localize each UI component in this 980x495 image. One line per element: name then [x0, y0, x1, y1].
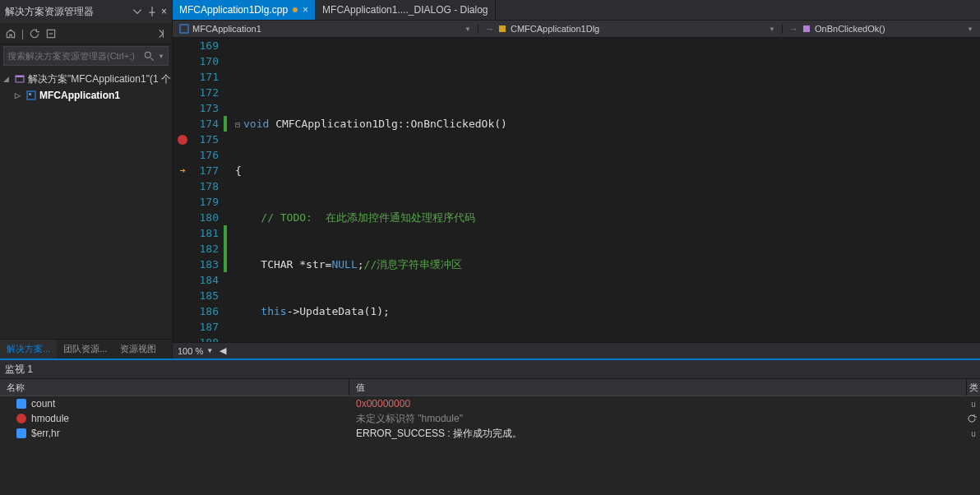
dirty-indicator-icon [293, 7, 298, 12]
tab-solution[interactable]: 解决方案... [0, 340, 57, 359]
solution-explorer-header: 解决方案资源管理器 × [0, 0, 172, 23]
tab-file-1[interactable]: MFCApplication1Dlg.cpp × [173, 0, 316, 20]
variable-icon [16, 399, 26, 409]
col-name[interactable]: 名称 [0, 379, 349, 396]
project-icon [26, 90, 36, 100]
watch-row-empty[interactable] [0, 441, 980, 456]
svg-rect-5 [29, 93, 31, 95]
solution-explorer-toolbar: | [0, 23, 172, 44]
svg-rect-6 [180, 25, 188, 33]
dropdown-icon[interactable] [132, 6, 143, 17]
nav-scope[interactable]: MFCApplication1 ▼ [173, 24, 478, 34]
solution-search-input[interactable] [4, 51, 140, 61]
error-icon [16, 414, 26, 423]
zoom-dropdown-icon[interactable]: ▼ [206, 347, 213, 354]
method-icon [802, 24, 811, 34]
close-icon[interactable]: × [161, 6, 167, 17]
class-icon [497, 24, 507, 34]
solution-explorer-title: 解决方案资源管理器 [5, 5, 128, 19]
current-line-arrow-icon: ➔ [179, 163, 185, 178]
col-type[interactable]: 类 [967, 379, 980, 396]
change-bar [224, 38, 232, 342]
line-numbers: 1691701711721731741751761771781791801811… [192, 38, 224, 342]
zoom-bar: 100 % ▼ ◀ [173, 342, 980, 359]
tab-resource[interactable]: 资源视图 [113, 340, 163, 359]
variable-icon [16, 428, 26, 438]
watch-row[interactable]: count 0x00000000 u [0, 396, 980, 411]
solution-node[interactable]: ◢ 解决方案"MFCApplication1"(1 个 [0, 71, 172, 87]
code-area[interactable]: ➔ 16917017117217317417517617717817918018… [173, 38, 980, 342]
editor-tabs: MFCApplication1Dlg.cpp × MFCApplication1… [173, 0, 980, 20]
svg-point-1 [145, 52, 150, 58]
solution-icon [15, 74, 25, 84]
properties-icon[interactable] [155, 28, 167, 39]
svg-rect-8 [803, 25, 810, 32]
tab-team[interactable]: 团队资源... [57, 340, 113, 359]
home-icon[interactable] [5, 28, 16, 39]
zoom-level[interactable]: 100 % [178, 346, 203, 356]
search-icon[interactable] [143, 50, 155, 62]
nav-class[interactable]: → CMFCApplication1Dlg ▼ [478, 24, 783, 34]
solution-tree: ◢ 解决方案"MFCApplication1"(1 个 ▷ MFCApplica… [0, 67, 172, 107]
solution-explorer: 解决方案资源管理器 × | ▼ ◢ 解决方案"MFCApplication1"(… [0, 0, 173, 359]
refresh-icon[interactable] [29, 28, 40, 39]
sidebar-tabs: 解决方案... 团队资源... 资源视图 [0, 339, 172, 359]
watch-panel: 监视 1 名称 值 类 count 0x00000000 u hmodule 未… [0, 359, 980, 495]
watch-rows: count 0x00000000 u hmodule 未定义标识符 "hmodu… [0, 396, 980, 495]
watch-row[interactable]: hmodule 未定义标识符 "hmodule" [0, 411, 980, 426]
watch-title: 监视 1 [0, 360, 980, 378]
collapse-icon[interactable] [45, 28, 57, 39]
code-nav-bar: MFCApplication1 ▼ → CMFCApplication1Dlg … [173, 20, 980, 38]
glyph-margin[interactable]: ➔ [173, 38, 192, 342]
project-icon [179, 24, 189, 34]
col-value[interactable]: 值 [349, 379, 967, 396]
watch-row[interactable]: $err,hr ERROR_SUCCESS : 操作成功完成。 u [0, 426, 980, 441]
solution-search[interactable]: ▼ [3, 46, 169, 66]
project-node[interactable]: ▷ MFCApplication1 [0, 87, 172, 104]
watch-columns: 名称 值 类 [0, 378, 980, 396]
tab-file-2[interactable]: MFCApplication1...._DIALOG - Dialog [316, 0, 495, 20]
close-icon[interactable]: × [303, 4, 308, 16]
svg-rect-3 [16, 76, 24, 77]
svg-rect-7 [499, 25, 506, 32]
code-text[interactable]: ⊟void CMFCApplication1Dlg::OnBnClickedOk… [232, 38, 980, 342]
refresh-icon[interactable] [967, 414, 977, 423]
editor: MFCApplication1Dlg.cpp × MFCApplication1… [173, 0, 980, 359]
breakpoint-icon[interactable] [178, 135, 187, 145]
nav-function[interactable]: → OnBnClickedOk() ▼ [783, 24, 980, 34]
pin-icon[interactable] [146, 6, 158, 17]
